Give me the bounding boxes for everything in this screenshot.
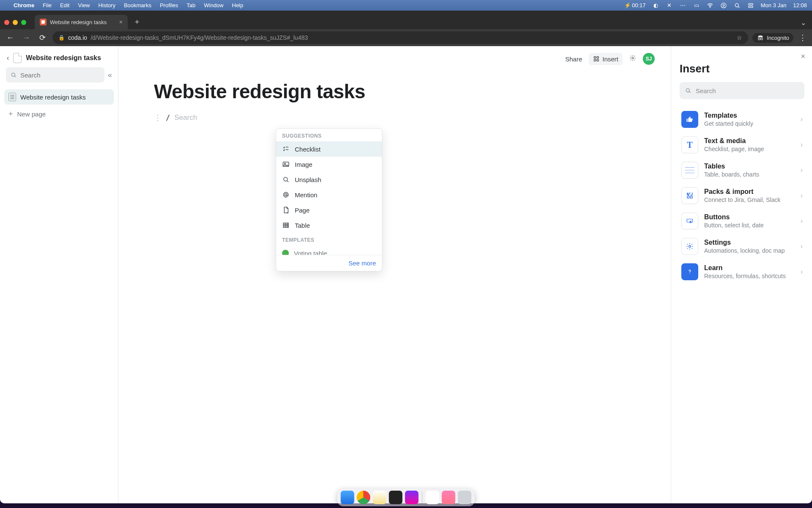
browser-tab[interactable]: Website redesign tasks × [35,15,128,29]
drag-handle-icon[interactable]: ⋮ [154,113,162,122]
nav-reload-button[interactable]: ⟳ [36,33,48,42]
dock-app-terminal[interactable] [389,491,403,504]
tabs-dropdown-icon[interactable]: ⌄ [801,19,806,27]
dock-app-finder[interactable] [341,491,354,504]
nav-forward-button[interactable]: → [20,33,32,42]
chrome-menu-button[interactable]: ⋮ [798,33,808,42]
spotlight-icon[interactable] [734,2,741,9]
menu-tab[interactable]: Tab [187,2,195,8]
insert-cat-settings[interactable]: SettingsAutomations, locking, doc map › [680,234,804,259]
menu-history[interactable]: History [98,2,115,8]
popover-item-image[interactable]: Image [276,157,382,172]
dock-app-notes[interactable] [373,491,387,504]
insert-cat-buttons[interactable]: ButtonsButton, select list, date › [680,208,804,234]
control-center-icon[interactable] [747,2,754,9]
tab-close-icon[interactable]: × [119,19,123,25]
chevron-right-icon: › [801,141,803,149]
popover-item-checklist[interactable]: Checklist [276,141,382,157]
page-title[interactable]: Website redesign tasks [154,80,644,103]
sidebar-header: ‹ Website redesign tasks [4,53,114,63]
bookmark-star-icon[interactable]: ☆ [737,34,742,41]
insert-cat-subtitle: Get started quickly [704,120,795,127]
popover-item-mention[interactable]: Mention [276,187,382,202]
dock-app-7[interactable] [442,491,455,504]
popover-item-page[interactable]: Page [276,202,382,218]
menu-bookmarks[interactable]: Bookmarks [124,2,151,8]
dock-app-6[interactable] [426,491,439,504]
search-icon [10,72,17,78]
window-minimize-button[interactable] [13,20,18,25]
popover-template-voting-table[interactable]: Voting table [276,246,382,255]
sidebar-collapse-icon[interactable]: « [108,71,112,80]
popover-item-label: Table [295,222,310,229]
menu-window[interactable]: Window [204,2,223,8]
insert-cat-templates[interactable]: TemplatesGet started quickly › [680,107,804,132]
doc-sidebar: ‹ Website redesign tasks Search « Websit… [0,46,118,503]
menu-help[interactable]: Help [232,2,244,8]
insert-cat-title: Templates [704,112,795,119]
dock-app-5[interactable] [405,491,419,504]
nav-back-button[interactable]: ← [4,33,16,42]
doc-icon [13,53,22,63]
sidebar-page-active[interactable]: Website redesign tasks [4,89,114,105]
insert-cat-learn[interactable]: LearnResources, formulas, shortcuts › [680,259,804,284]
insert-panel-title: Insert [680,62,804,75]
insert-cat-text-media[interactable]: T Text & mediaChecklist, page, image › [680,132,804,157]
svg-point-0 [710,7,710,7]
insert-grid-icon [593,55,600,62]
battery-time: 00:17 [632,2,646,8]
menu-profiles[interactable]: Profiles [160,2,178,8]
coda-app: ‹ Website redesign tasks Search « Websit… [0,46,812,503]
wifi-icon[interactable] [707,2,713,9]
mac-dock [337,489,475,506]
sidebar-new-page[interactable]: + New page [4,106,114,121]
share-button[interactable]: Share [565,55,582,63]
menu-file[interactable]: File [43,2,52,8]
status-icon-3[interactable]: ⋯ [680,2,686,9]
svg-point-2 [723,4,724,6]
slash-placeholder: Search [174,113,197,122]
svg-point-15 [285,163,285,164]
insert-cat-packs[interactable]: Packs & importConnect to Jira, Gmail, Sl… [680,183,804,208]
popover-see-more[interactable]: See more [276,255,382,271]
status-icon-1[interactable]: ◐ [653,2,659,9]
slash-char: / [166,113,170,122]
new-tab-button[interactable]: + [131,16,143,28]
panel-close-icon[interactable]: × [801,52,805,61]
search-icon [685,87,691,94]
user-avatar[interactable]: SJ [643,53,655,65]
sidebar-search-input[interactable]: Search [6,67,104,83]
slash-command-row[interactable]: ⋮ /Search [154,113,644,122]
menubar-app-name[interactable]: Chrome [14,2,34,8]
battery-icon[interactable]: ▭ [693,2,700,9]
insert-panel: × Insert Search TemplatesGet started qui… [671,46,812,503]
dock-app-chrome[interactable] [357,491,370,504]
dock-trash-icon[interactable] [458,491,472,504]
user-icon[interactable] [720,2,727,9]
incognito-indicator[interactable]: Incognito [752,33,793,43]
insert-button[interactable]: Insert [589,53,623,65]
menubar-clock[interactable]: 12:08 [793,2,807,8]
popover-item-unsplash[interactable]: Unsplash [276,172,382,187]
menu-view[interactable]: View [78,2,90,8]
insert-panel-search[interactable]: Search [680,82,804,99]
menu-edit[interactable]: Edit [60,2,69,8]
menubar-date[interactable]: Mon 3 Jan [761,2,787,8]
insert-search-placeholder: Search [696,87,716,94]
thumbs-up-icon [681,111,698,128]
svg-point-17 [285,193,287,196]
battery-status-icon[interactable]: ⚡00:17 [624,2,646,8]
window-close-button[interactable] [4,20,9,25]
url-path: /d/Website-redesign-tasks_dSmUH7KFy4g/We… [91,34,308,41]
browser-toolbar: ← → ⟳ 🔒 coda.io/d/Website-redesign-tasks… [0,29,812,46]
gear-icon [681,238,698,255]
sidebar-back-icon[interactable]: ‹ [7,54,9,62]
popover-item-table[interactable]: Table [276,218,382,233]
address-bar[interactable]: 🔒 coda.io/d/Website-redesign-tasks_dSmUH… [52,31,748,44]
status-icon-2[interactable]: ✕ [666,2,673,9]
insert-cat-tables[interactable]: TablesTable, boards, charts › [680,157,804,183]
settings-gear-icon[interactable] [629,55,636,63]
lock-icon[interactable]: 🔒 [58,35,65,41]
sidebar-doc-title[interactable]: Website redesign tasks [26,54,101,62]
window-zoom-button[interactable] [21,20,26,25]
